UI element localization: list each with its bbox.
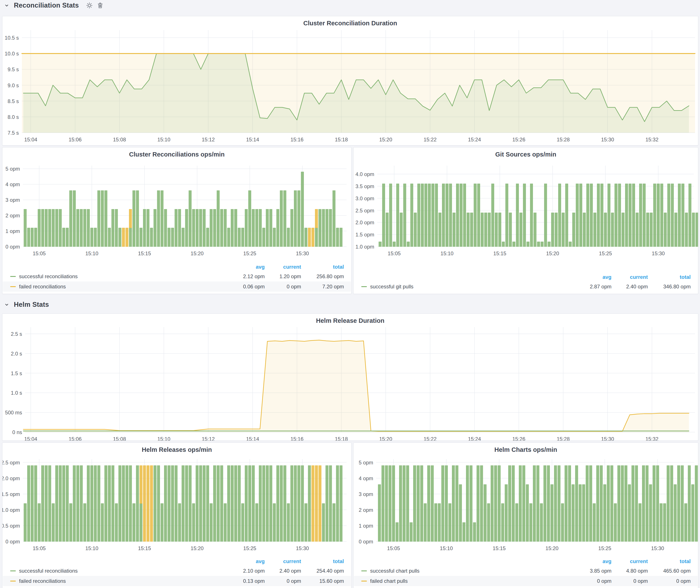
y-tick-label: 2.5 s	[11, 331, 22, 337]
y-tick-label: 5 opm	[359, 460, 373, 465]
y-tick-label: 0 opm	[359, 539, 373, 544]
x-tick-label: 15:15	[138, 545, 151, 551]
x-tick-label: 15:08	[113, 436, 126, 441]
panel-legend: avgcurrenttotalsuccessful chart pulls3.8…	[354, 557, 698, 586]
y-tick-label: 4 opm	[5, 181, 20, 187]
x-tick-label: 15:26	[512, 137, 525, 142]
cluster-reconciliation-duration-chart[interactable]: 15:0415:0615:0815:1015:1215:1415:1615:18…	[2, 16, 698, 145]
legend-series-toggle[interactable]: failed reconciliations	[10, 578, 228, 584]
trash-icon	[97, 2, 103, 9]
x-tick-label: 15:12	[202, 436, 215, 441]
y-tick-label: 2.0 s	[11, 351, 22, 357]
legend-series-label[interactable]: failed chart pulls	[370, 578, 408, 584]
legend-current-value: 0 opm	[265, 578, 301, 584]
row-settings-button[interactable]	[86, 2, 93, 9]
legend-series-label[interactable]: successful reconciliations	[19, 568, 78, 574]
legend-sort-avg[interactable]: avg	[575, 274, 611, 280]
panel-legend: avgcurrenttotalsuccessful reconciliation…	[3, 557, 351, 586]
legend-header-row: avgcurrenttotal	[354, 557, 698, 566]
panel-title[interactable]: Helm Charts ops/min	[353, 443, 698, 453]
x-tick-label: 15:05	[33, 250, 46, 256]
series-color-dash	[361, 570, 367, 571]
x-tick-label: 15:28	[557, 137, 570, 142]
y-tick-label: 2.5 opm	[2, 460, 20, 465]
x-tick-label: 15:24	[468, 436, 481, 441]
row-header-reconciliation-stats[interactable]: Reconciliation Stats	[4, 0, 103, 10]
legend-series-toggle[interactable]: successful git pulls	[361, 284, 575, 290]
legend-series-toggle[interactable]: successful chart pulls	[361, 568, 575, 574]
panel-cluster-reconciliation-duration: Cluster Reconciliation Duration 15:0415:…	[2, 16, 698, 145]
legend-total-value: 256.80 opm	[301, 273, 344, 279]
x-tick-label: 15:15	[493, 545, 506, 551]
legend-total-value: 15.60 opm	[301, 578, 344, 584]
y-tick-label: 1.0 opm	[2, 507, 20, 513]
chevron-down-icon	[4, 3, 10, 8]
y-tick-label: 4 opm	[359, 475, 373, 481]
row-title[interactable]: Reconciliation Stats	[14, 2, 79, 9]
legend-series-label[interactable]: failed reconciliations	[19, 578, 66, 584]
legend-sort-avg[interactable]: avg	[575, 558, 611, 564]
series-color-dash	[361, 286, 367, 287]
legend-current-value: 2.40 opm	[611, 284, 648, 290]
x-tick-label: 15:20	[545, 545, 558, 551]
helm-release-duration-chart[interactable]: 15:0415:0615:0815:1015:1215:1415:1615:18…	[2, 314, 698, 441]
legend-sort-avg[interactable]: avg	[228, 558, 265, 564]
legend-sort-current[interactable]: current	[611, 274, 648, 280]
x-tick-label: 15:20	[379, 436, 392, 441]
legend-series-label[interactable]: failed reconciliations	[19, 284, 66, 290]
x-tick-label: 15:30	[651, 545, 664, 551]
y-tick-label: 0 opm	[5, 539, 20, 544]
x-tick-label: 15:30	[601, 436, 614, 441]
git-sources-ops-chart[interactable]: 15:0515:1015:1515:2015:2515:301.0 opm1.5…	[353, 147, 698, 294]
y-tick-label: 2.0 opm	[355, 220, 374, 225]
panel-title[interactable]: Cluster Reconciliations ops/min	[2, 147, 351, 158]
panel-cluster-reconciliations-ops: Cluster Reconciliations ops/min 15:0515:…	[2, 147, 352, 294]
legend-avg-value: 2.87 opm	[575, 284, 611, 290]
y-tick-label: 10.5 s	[5, 35, 19, 41]
legend-series-label[interactable]: successful chart pulls	[370, 568, 419, 574]
y-tick-label: 0 ns	[12, 429, 22, 435]
y-tick-label: 4.0 opm	[355, 171, 374, 177]
legend-current-value: 0 opm	[611, 578, 648, 584]
legend-current-value: 4.80 opm	[611, 568, 648, 574]
legend-series-label[interactable]: successful reconciliations	[19, 273, 78, 279]
legend-sort-total[interactable]: total	[301, 558, 344, 564]
legend-series-toggle[interactable]: successful reconciliations	[10, 568, 228, 574]
y-tick-label: 8.5 s	[8, 98, 19, 104]
legend-row: successful reconciliations2.12 opm1.20 o…	[3, 271, 351, 281]
legend-sort-total[interactable]: total	[648, 558, 691, 564]
legend-series-toggle[interactable]: failed chart pulls	[361, 578, 575, 584]
y-tick-label: 1.5 opm	[2, 491, 20, 497]
legend-row: successful chart pulls3.85 opm4.80 opm46…	[354, 566, 698, 576]
row-delete-button[interactable]	[97, 2, 103, 9]
panel-legend: avgcurrenttotalsuccessful reconciliation…	[3, 263, 351, 292]
x-tick-label: 15:32	[645, 436, 658, 441]
legend-header-row: avgcurrenttotal	[354, 273, 698, 281]
panel-title[interactable]: Helm Release Duration	[2, 314, 698, 324]
legend-avg-value: 0 opm	[575, 578, 611, 584]
x-tick-label: 15:30	[296, 250, 309, 256]
legend-series-toggle[interactable]: failed reconciliations	[10, 284, 228, 290]
x-tick-label: 15:30	[601, 137, 614, 142]
legend-series-toggle[interactable]: successful reconciliations	[10, 273, 228, 279]
y-tick-label: 1.5 opm	[355, 232, 374, 237]
legend-sort-total[interactable]: total	[648, 274, 691, 280]
y-tick-label: 5 opm	[5, 166, 20, 172]
legend-sort-total[interactable]: total	[301, 264, 344, 270]
row-title[interactable]: Helm Stats	[14, 301, 49, 309]
y-tick-label: 2 opm	[5, 213, 20, 218]
x-tick-label: 15:22	[424, 436, 437, 441]
legend-avg-value: 2.12 opm	[228, 273, 265, 279]
x-tick-label: 15:14	[246, 436, 259, 441]
x-tick-label: 15:32	[645, 137, 658, 142]
legend-sort-current[interactable]: current	[611, 558, 648, 564]
y-tick-label: 3.0 opm	[355, 195, 374, 201]
row-header-helm-stats[interactable]: Helm Stats	[4, 300, 49, 310]
legend-sort-current[interactable]: current	[265, 558, 301, 564]
legend-sort-current[interactable]: current	[265, 264, 301, 270]
legend-series-label[interactable]: successful git pulls	[370, 284, 413, 290]
panel-title[interactable]: Git Sources ops/min	[353, 147, 698, 158]
legend-sort-avg[interactable]: avg	[228, 264, 265, 270]
panel-title[interactable]: Helm Releases ops/min	[2, 443, 351, 453]
panel-title[interactable]: Cluster Reconciliation Duration	[2, 16, 698, 27]
